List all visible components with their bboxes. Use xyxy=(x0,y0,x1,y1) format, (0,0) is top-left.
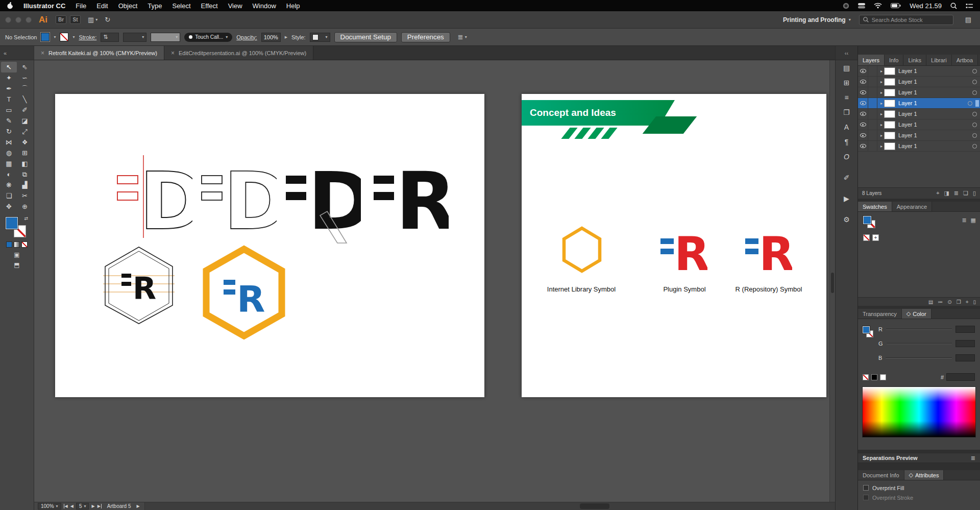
pen-tool[interactable]: ✒ xyxy=(1,83,17,94)
lock-toggle[interactable] xyxy=(868,130,877,140)
tab-layers[interactable]: Layers xyxy=(858,55,885,65)
free-transform-tool[interactable]: ❖ xyxy=(17,137,33,148)
layer-row[interactable]: ▸ Layer 1 xyxy=(858,141,980,152)
opacity-caret-icon[interactable]: ▶ xyxy=(285,35,287,39)
stock-button[interactable]: St xyxy=(70,15,81,24)
panel-options-icon[interactable]: ▤ xyxy=(965,16,971,23)
curvature-tool[interactable]: ⌒ xyxy=(17,83,33,94)
separations-preview-header[interactable]: Separations Preview ≣ xyxy=(858,453,980,463)
logo-hexagon-draft[interactable]: R xyxy=(103,245,175,326)
fill-color-swatch[interactable] xyxy=(41,33,50,41)
perspective-grid-tool[interactable]: ⊞ xyxy=(17,148,33,158)
gear-icon[interactable]: ⚙ xyxy=(839,213,854,226)
zoom-window-button[interactable] xyxy=(26,17,32,23)
blue-value-input[interactable] xyxy=(955,354,975,361)
internet-library-symbol[interactable] xyxy=(561,226,603,274)
tools-panel-header[interactable]: « xyxy=(0,46,34,60)
expand-arrow-icon[interactable]: ▸ xyxy=(880,112,883,116)
logo-sketch-red-outline[interactable]: D xyxy=(116,151,192,246)
layer-row[interactable]: ▸ Layer 1 xyxy=(858,119,980,130)
previous-artboard-button[interactable]: ◀ xyxy=(70,504,74,508)
lock-toggle[interactable] xyxy=(868,141,877,151)
last-artboard-button[interactable]: ▶ xyxy=(97,504,102,508)
target-circle-icon[interactable] xyxy=(972,144,977,149)
artboards-panel-icon[interactable]: ⊞ xyxy=(839,76,854,89)
expand-arrow-icon[interactable]: ▸ xyxy=(880,133,883,138)
tab-transparency[interactable]: Transparency xyxy=(858,309,902,319)
status-flyout-icon[interactable]: ▶ xyxy=(137,504,140,508)
spotlight-icon[interactable] xyxy=(950,3,957,9)
panel-menu-icon[interactable]: ≣ xyxy=(971,455,975,462)
notification-center-icon[interactable] xyxy=(966,3,973,9)
opacity-input[interactable] xyxy=(261,33,281,42)
swap-fill-stroke-icon[interactable]: ⇄ xyxy=(24,216,28,221)
magic-wand-tool[interactable]: ✦ xyxy=(1,72,17,83)
overprint-fill-checkbox[interactable] xyxy=(863,485,869,491)
visibility-toggle[interactable] xyxy=(858,109,868,119)
mesh-tool[interactable]: ▦ xyxy=(1,158,17,169)
document-tab-retrofit[interactable]: × Retrofit Kaiteki.ai @ 100% (CMYK/Previ… xyxy=(34,46,164,60)
siri-icon[interactable] xyxy=(843,3,849,9)
lasso-tool[interactable]: ∽ xyxy=(17,72,33,83)
horizontal-scrollbar[interactable] xyxy=(144,502,835,510)
zoom-tool[interactable]: ⊕ xyxy=(17,201,33,212)
new-color-group-icon[interactable]: ❐ xyxy=(957,299,961,305)
none-swatch[interactable] xyxy=(863,234,870,241)
plugin-symbol[interactable]: R xyxy=(660,224,707,275)
new-swatch-icon[interactable]: + xyxy=(966,299,969,305)
layer-row-selected[interactable]: ▸ Layer 1 xyxy=(858,98,980,109)
artboard-sketches[interactable]: D D D xyxy=(55,94,484,397)
visibility-toggle[interactable] xyxy=(858,119,868,130)
opentype-panel-icon[interactable]: O xyxy=(839,150,854,163)
vertical-scrollbar-thumb[interactable] xyxy=(831,273,834,293)
green-slider[interactable] xyxy=(887,343,952,344)
menu-window[interactable]: Window xyxy=(253,2,276,10)
layer-row[interactable]: ▸ Layer 1 xyxy=(858,77,980,87)
vertical-scrollbar[interactable] xyxy=(829,60,835,502)
expand-arrow-icon[interactable]: ▸ xyxy=(880,69,883,74)
red-slider[interactable] xyxy=(886,329,952,330)
make-clipping-mask-icon[interactable]: ◨ xyxy=(944,190,949,197)
color-spectrum[interactable] xyxy=(862,386,976,438)
menubar-app-name[interactable]: Illustrator CC xyxy=(23,2,65,10)
paragraph-panel-icon[interactable]: ¶ xyxy=(839,135,854,148)
fill-proxy-swatch[interactable] xyxy=(6,217,18,229)
minimize-window-button[interactable] xyxy=(15,17,21,23)
symbol-sprayer-tool[interactable]: ❋ xyxy=(1,180,17,190)
target-circle-icon[interactable] xyxy=(972,69,977,74)
logo-sketch-solid-leg[interactable]: D xyxy=(284,151,361,246)
target-circle-icon[interactable] xyxy=(972,123,977,127)
tab-document-info[interactable]: Document Info xyxy=(858,470,904,480)
menu-object[interactable]: Object xyxy=(118,2,138,10)
expand-arrow-icon[interactable]: ▸ xyxy=(880,101,883,106)
battery-icon[interactable] xyxy=(891,3,901,8)
zoom-level-dropdown[interactable]: 100% ▾ xyxy=(38,503,61,509)
grid-view-icon[interactable]: ▦ xyxy=(971,217,976,224)
paintbrush-tool[interactable]: ✐ xyxy=(17,105,33,115)
lock-toggle[interactable] xyxy=(868,66,877,76)
red-value-input[interactable] xyxy=(955,326,975,333)
menu-type[interactable]: Type xyxy=(148,2,162,10)
preferences-button[interactable]: Preferences xyxy=(401,32,450,42)
white-swatch[interactable] xyxy=(880,374,886,380)
locate-object-icon[interactable]: ⌖ xyxy=(936,190,939,197)
layer-row[interactable]: ▸ Layer 1 xyxy=(858,109,980,119)
layer-name[interactable]: Layer 1 xyxy=(898,122,972,128)
brush-profile-dropdown[interactable]: ▾ xyxy=(151,33,180,42)
expand-arrow-icon[interactable]: ▸ xyxy=(880,123,883,127)
wifi-icon[interactable] xyxy=(874,3,882,9)
layer-row[interactable]: ▸ Layer 1 xyxy=(858,66,980,77)
none-button[interactable] xyxy=(21,241,28,248)
logo-sketch-outline[interactable]: D xyxy=(200,151,277,246)
tab-info[interactable]: Info xyxy=(885,55,903,65)
style-dropdown[interactable]: ▾ xyxy=(310,33,330,42)
new-sublayer-icon[interactable]: ≣ xyxy=(954,190,959,197)
lock-toggle[interactable] xyxy=(868,87,877,98)
type-tool[interactable]: T xyxy=(1,94,17,105)
menubar-clock[interactable]: Wed 21.59 xyxy=(910,2,942,10)
stroke-color-swatch[interactable] xyxy=(60,33,68,41)
fill-caret-icon[interactable]: ▾ xyxy=(54,35,56,39)
target-circle-icon[interactable] xyxy=(968,101,972,106)
direct-selection-tool[interactable]: ⇖ xyxy=(17,62,33,72)
eraser-tool[interactable]: ◪ xyxy=(17,115,33,126)
